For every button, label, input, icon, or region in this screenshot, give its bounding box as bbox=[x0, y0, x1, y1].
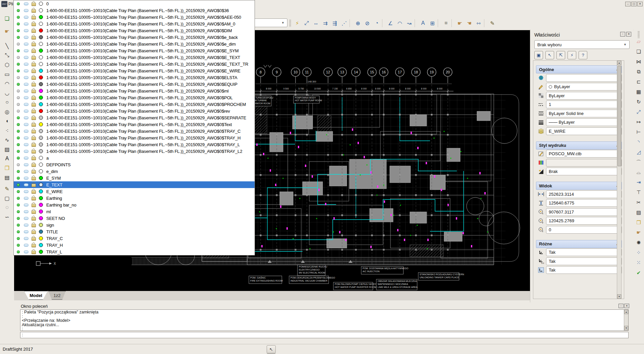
layer-unlocked-icon[interactable] bbox=[32, 250, 36, 254]
layer-freeze-icon[interactable] bbox=[24, 83, 29, 86]
pointer-window-icon[interactable]: ⇱ bbox=[556, 51, 565, 59]
layer-freeze-icon[interactable] bbox=[24, 237, 29, 240]
layer-unlocked-icon[interactable] bbox=[32, 176, 36, 180]
verify-icon[interactable]: ✔ bbox=[634, 269, 643, 277]
layer-freeze-icon[interactable] bbox=[24, 123, 29, 126]
array-path-icon[interactable]: ⁘ bbox=[634, 249, 643, 257]
layer-freeze-icon[interactable] bbox=[24, 163, 29, 166]
layer-freeze-icon[interactable] bbox=[24, 103, 29, 106]
layer-row[interactable]: 1-600-00-EE151-10005~10010(Cable Tray Pl… bbox=[14, 7, 255, 14]
layer-row[interactable]: 1-600-00-EE151-10005~10010(Cable Tray Pl… bbox=[14, 81, 255, 87]
layer-row[interactable]: 1-600-00-EE151-10005~10010(Cable Tray Pl… bbox=[14, 114, 255, 121]
layer-row[interactable]: DEFPOINTS bbox=[14, 161, 255, 168]
layer-on-icon[interactable] bbox=[17, 244, 20, 247]
close-panel-icon[interactable]: ✕ bbox=[624, 304, 629, 308]
layer-row[interactable]: 1-600-00-EE151-10005~10010(Cable Tray Pl… bbox=[14, 34, 255, 41]
pointer-icon[interactable]: ↖ bbox=[545, 51, 554, 59]
layer-color-swatch[interactable] bbox=[39, 55, 43, 59]
layer-unlocked-icon[interactable] bbox=[32, 102, 36, 107]
scroll-up-icon[interactable]: ▲ bbox=[617, 61, 621, 65]
note-icon[interactable]: A bbox=[2, 154, 12, 163]
layer-row[interactable]: 1-600-00-EE151-10005~10010(Cable Tray Pl… bbox=[14, 61, 255, 67]
toolbar-grip[interactable] bbox=[289, 19, 291, 27]
layer-row[interactable]: 1-600-00-EE151-10005~10010(Cable Tray Pl… bbox=[14, 41, 255, 47]
layer-unlocked-icon[interactable] bbox=[32, 243, 36, 247]
layer-on-icon[interactable] bbox=[17, 203, 20, 206]
layer-freeze-icon[interactable] bbox=[24, 136, 29, 139]
layer-freeze-icon[interactable] bbox=[24, 16, 29, 19]
layer-color-swatch[interactable] bbox=[39, 163, 43, 167]
layer-freeze-icon[interactable] bbox=[24, 116, 29, 119]
layer-unlocked-icon[interactable] bbox=[32, 89, 36, 93]
layer-on-icon[interactable] bbox=[17, 230, 20, 233]
layer-on-icon[interactable] bbox=[17, 2, 20, 5]
layer-freeze-icon[interactable] bbox=[24, 9, 29, 12]
layer-row[interactable]: TITLE bbox=[14, 228, 255, 235]
layer-color-swatch[interactable] bbox=[39, 75, 43, 79]
angular-dimension-icon[interactable]: ∠ bbox=[386, 19, 395, 27]
layer-on-icon[interactable] bbox=[17, 36, 20, 39]
transparency-field[interactable]: ByLayer bbox=[546, 92, 622, 100]
section-print-style-header[interactable]: Styl wydruku ▲ bbox=[536, 141, 622, 150]
layer-on-icon[interactable] bbox=[17, 197, 20, 200]
tolerance-icon[interactable]: ⊞ bbox=[428, 19, 437, 27]
layer-freeze-icon[interactable] bbox=[24, 244, 29, 247]
layer-on-icon[interactable] bbox=[17, 136, 20, 139]
layer-off-icon[interactable] bbox=[17, 110, 20, 113]
scroll-down-icon[interactable]: ▼ bbox=[617, 294, 621, 299]
layer-on-icon[interactable] bbox=[17, 217, 20, 220]
continue-dimension-icon[interactable]: ⇶ bbox=[330, 19, 339, 27]
layer-row[interactable]: E_SYM bbox=[14, 175, 255, 181]
layer-color-swatch[interactable] bbox=[39, 210, 43, 214]
layer-row[interactable]: 1-600-00-EE151-10005~10010(Cable Tray Pl… bbox=[14, 141, 255, 148]
chamfer-icon[interactable]: ◿ bbox=[634, 148, 643, 156]
layer-row[interactable]: 1-600-00-EE151-10005~10010(Cable Tray Pl… bbox=[14, 128, 255, 134]
layer-color-swatch[interactable] bbox=[39, 156, 43, 160]
command-input[interactable]: : bbox=[20, 332, 629, 338]
layer-freeze-icon[interactable] bbox=[24, 183, 29, 186]
layer-unlocked-icon[interactable] bbox=[32, 109, 36, 113]
spline-icon[interactable]: ∿ bbox=[2, 135, 12, 144]
pointer-snap-icon[interactable]: ↖ bbox=[267, 345, 276, 353]
layer-on-icon[interactable] bbox=[17, 250, 20, 253]
layer-row[interactable]: a bbox=[14, 155, 255, 161]
layer-color-swatch[interactable] bbox=[39, 183, 43, 187]
layer-freeze-icon[interactable] bbox=[24, 56, 29, 59]
layer-freeze-icon[interactable] bbox=[24, 203, 29, 206]
arc-3point-icon[interactable]: ◠ bbox=[2, 79, 12, 88]
edit-dimension-icon[interactable]: ☛ bbox=[455, 19, 465, 27]
layer-color-swatch[interactable] bbox=[39, 28, 43, 33]
layer-unlocked-icon[interactable] bbox=[32, 210, 36, 214]
layer-row[interactable]: 0 bbox=[14, 0, 255, 7]
layer-on-icon[interactable] bbox=[17, 83, 20, 86]
float-panel-icon[interactable]: ▫ bbox=[620, 32, 625, 37]
layer-row[interactable]: E_WIRE bbox=[14, 188, 255, 195]
ellipse-arc-icon[interactable]: ◖ bbox=[2, 117, 12, 125]
layer-off-icon[interactable] bbox=[17, 90, 20, 93]
infinite-line-icon[interactable]: ⤡ bbox=[2, 51, 12, 60]
text-block-icon[interactable]: ▤ bbox=[2, 173, 12, 182]
explode-icon[interactable]: ✺ bbox=[634, 239, 643, 247]
layer-off-icon[interactable] bbox=[17, 96, 20, 99]
select-window-icon[interactable]: ▢ bbox=[2, 194, 12, 202]
copy-nested-icon[interactable]: ❐ bbox=[634, 219, 643, 227]
command-scrollbar[interactable]: ▲ ▼ bbox=[624, 310, 628, 331]
layer-color-swatch[interactable] bbox=[39, 109, 43, 113]
layer-on-icon[interactable] bbox=[17, 69, 20, 72]
eraser-icon[interactable]: ▱ bbox=[634, 38, 643, 46]
scale-icon[interactable]: ⤢ bbox=[634, 108, 643, 116]
layer-color-swatch[interactable] bbox=[39, 236, 43, 240]
smart-dimension-icon[interactable]: ⚡ bbox=[292, 19, 302, 27]
copy-icon[interactable]: ⧉ bbox=[634, 68, 643, 76]
layer-color-swatch[interactable] bbox=[39, 35, 43, 39]
layer-freeze-icon[interactable] bbox=[24, 130, 29, 133]
spline-dimension-icon[interactable]: ↝ bbox=[405, 19, 414, 27]
toolbar-grip[interactable] bbox=[638, 31, 640, 38]
layer-row[interactable]: TRAY_C bbox=[14, 235, 255, 242]
layer-color-swatch[interactable] bbox=[39, 136, 43, 140]
layer-row[interactable]: ml bbox=[14, 208, 255, 215]
menu-file[interactable]: Pli bbox=[8, 1, 13, 6]
callout-icon[interactable]: ❐ bbox=[2, 164, 12, 172]
layer-color-swatch[interactable] bbox=[39, 216, 43, 220]
close-button[interactable]: ✕ bbox=[637, 2, 643, 6]
